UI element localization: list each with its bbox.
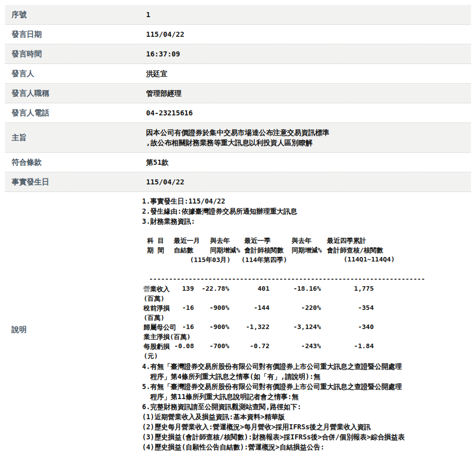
fin-value-cell: -18.16% — [293, 285, 321, 292]
field-label: 發言日期 — [5, 25, 146, 44]
fin-value-cell: -16 — [182, 323, 194, 331]
fin-header-cell: 與去年 — [210, 236, 230, 245]
financial-table: 科 目 最近一月 與去年 最近一季 與去年 最近四季累計 期 間 自結數 同期增… — [142, 236, 467, 361]
field-label: 說明 — [5, 320, 142, 339]
row-announce-time: 發言時間 16:37:09 — [5, 44, 471, 64]
fin-period-cell: (114Q1~114Q4) — [344, 255, 395, 263]
description-content: 1.事實發生日:115/04/22 2.發生緣由:依據臺灣證券交易所通知辦理重大… — [142, 192, 471, 453]
field-value: 第51款 — [146, 153, 471, 172]
row-speaker-title: 發言人職稱 管理部經理 — [5, 84, 471, 103]
fin-unit-cell: 業主淨損(百萬) — [144, 333, 191, 342]
fin-header-cell: 科 目 — [147, 236, 164, 245]
fin-value-cell: -3,124% — [293, 323, 321, 331]
fin-item-cell: 歸屬母公司 — [144, 323, 176, 332]
field-value: 管理部經理 — [146, 84, 471, 103]
row-matched-clause: 符合條款 第51款 — [5, 153, 471, 172]
fin-value-cell: -1,322 — [246, 323, 269, 331]
field-label: 序號 — [5, 5, 146, 24]
field-value: 洪廷宜 — [146, 64, 471, 83]
fin-unit-cell: (百萬) — [144, 313, 165, 322]
fin-value-cell: -16 — [182, 304, 194, 311]
field-label: 符合條款 — [5, 153, 146, 172]
fin-value-cell: -900% — [210, 304, 229, 311]
field-label: 發言時間 — [5, 44, 146, 63]
fin-header-cell: 自結數 — [174, 246, 193, 255]
fin-header-cell: 與去年 — [292, 236, 311, 245]
fin-value-cell: -900% — [210, 323, 229, 331]
fin-item-cell: 每股虧損 — [144, 342, 170, 351]
description-intro: 1.事實發生日:115/04/22 2.發生緣由:依據臺灣證券交易所通知辦理重大… — [142, 196, 467, 226]
field-value: 1 — [146, 5, 471, 24]
fin-separator: ----------------------------------------… — [142, 275, 467, 285]
field-label: 發言人電話 — [5, 103, 146, 122]
fin-period-cell: (115年03月) — [190, 255, 231, 265]
fin-value-cell: -354 — [358, 304, 374, 311]
fin-value-cell: -1.84 — [354, 342, 374, 350]
fin-header-cell: 最近一月 — [174, 236, 200, 245]
spacer — [142, 226, 467, 236]
fin-header-row-2: 期 間 自結數 同期增減% 會計師核閱數 同期增減% 會計師查核/核閱數 — [142, 246, 467, 255]
row-subject: 主旨 因本公司有價證券於集中交易市場達公布注意交易資訊標準 ,故公布相關財務業務… — [5, 123, 471, 153]
fin-header-cell: 會計師查核/核閱數 — [327, 246, 383, 255]
row-fact-date: 事實發生日 115/04/22 — [5, 172, 471, 192]
field-label: 事實發生日 — [5, 172, 146, 191]
fin-header-cell: 同期增減% — [210, 246, 240, 255]
description-outro: 4.有無「臺灣證券交易所股份有限公司對有價證券上市公司重大訊息之查證暨公開處理 … — [142, 361, 467, 453]
field-value: 115/04/22 — [146, 25, 471, 44]
announcement-detail-table: 序號 1 發言日期 115/04/22 發言時間 16:37:09 發言人 洪廷… — [5, 5, 471, 453]
row-speaker-phone: 發言人電話 04-23215616 — [5, 103, 471, 123]
fin-header-cell: 同期增減% — [292, 246, 322, 255]
field-value: 115/04/22 — [146, 172, 471, 191]
fin-unit-row: (百萬) — [142, 294, 467, 304]
fin-value-cell: -243% — [301, 342, 321, 350]
fin-value-cell: -144 — [254, 304, 269, 311]
fin-value-cell: -0.72 — [250, 342, 269, 350]
fin-data-row: 每股虧損 -0.08 -700% -0.72 -243% -1.84 — [142, 342, 467, 352]
fin-period-cell: (114年第四季) — [241, 255, 287, 265]
fin-header-cell: 最近四季累計 — [327, 236, 366, 245]
fin-header-cell: 會計師核閱數 — [244, 246, 284, 255]
fin-value-cell: -22.78% — [201, 285, 229, 292]
fin-item-cell: 營業收入 — [144, 285, 170, 294]
field-value: 04-23215616 — [146, 103, 471, 122]
fin-value-cell: -0.08 — [174, 342, 194, 350]
fin-item-cell: 稅前淨損 — [144, 304, 170, 313]
fin-value-cell: -220% — [301, 304, 321, 311]
fin-data-row: 歸屬母公司 -16 -900% -1,322 -3,124% -340 — [142, 323, 467, 333]
row-serial-number: 序號 1 — [5, 5, 471, 25]
fin-header-cell: 最近一季 — [244, 236, 270, 245]
fin-value-cell: -340 — [358, 323, 374, 331]
fin-unit-cell: (元) — [144, 352, 158, 361]
fin-value-cell: 139 — [182, 285, 194, 292]
row-announce-date: 發言日期 115/04/22 — [5, 25, 471, 44]
fin-value-cell: -700% — [210, 342, 229, 350]
fin-value-cell: 401 — [258, 285, 269, 292]
fin-unit-row: 業主淨損(百萬) — [142, 333, 467, 342]
separator-dashes: ----------------------------------------… — [149, 275, 425, 283]
fin-value-cell: 1,775 — [354, 285, 374, 292]
field-value: 16:37:09 — [146, 44, 471, 63]
fin-data-row: 營業收入 139 -22.78% 401 -18.16% 1,775 — [142, 285, 467, 294]
fin-header-row-3: (115年03月) (114年第四季) (114Q1~114Q4) — [142, 255, 467, 265]
fin-unit-cell: (百萬) — [144, 294, 165, 303]
fin-data-row: 稅前淨損 -16 -900% -144 -220% -354 — [142, 304, 467, 313]
row-speaker: 發言人 洪廷宜 — [5, 64, 471, 84]
fin-unit-row: (元) — [142, 352, 467, 361]
fin-header-cell: 期 間 — [147, 246, 164, 255]
fin-header-row-1: 科 目 最近一月 與去年 最近一季 與去年 最近四季累計 — [142, 236, 467, 246]
row-description: 說明 1.事實發生日:115/04/22 2.發生緣由:依據臺灣證券交易所通知辦… — [5, 192, 471, 453]
field-label: 主旨 — [5, 128, 146, 147]
spacer — [142, 265, 467, 275]
fin-unit-row: (百萬) — [142, 313, 467, 323]
field-label: 發言人 — [5, 64, 146, 83]
field-label: 發言人職稱 — [5, 84, 146, 103]
field-value: 因本公司有價證券於集中交易市場達公布注意交易資訊標準 ,故公布相關財務業務等重大… — [146, 123, 471, 152]
